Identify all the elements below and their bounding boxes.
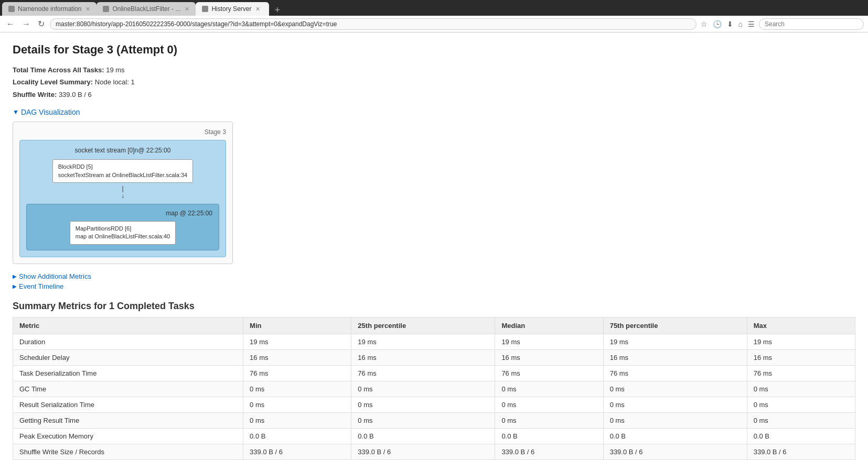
table-row: Peak Execution Memory0.0 B0.0 B0.0 B0.0 … [13, 428, 855, 444]
dag-inner-rdd-desc: map at OnlineBlackListFilter.scala:40 [76, 233, 170, 240]
dag-container: Stage 3 socket text stream [0]n@ 22:25:0… [13, 122, 233, 264]
show-additional-metrics-label: Show Additional Metrics [19, 272, 91, 280]
dag-stage-label: Stage 3 [19, 128, 226, 136]
download-icon[interactable]: ⬇ [726, 19, 734, 29]
metric-value-cell: 76 ms [243, 365, 351, 381]
dag-section-header[interactable]: ▼ DAG Visualization [13, 108, 855, 116]
metric-value-cell: 16 ms [747, 349, 855, 365]
locality-label: Locality Level Summary: [13, 78, 93, 86]
tab-online-close[interactable]: ✕ [185, 6, 189, 13]
locality-row: Locality Level Summary: Node local: 1 [13, 76, 855, 88]
total-time-value: 19 ms [106, 66, 124, 74]
metric-value-cell: 0 ms [747, 381, 855, 397]
dag-rdd-block-label: BlockRDD [5] [58, 163, 187, 171]
forward-button[interactable]: → [20, 18, 33, 30]
metric-value-cell: 0 ms [243, 397, 351, 412]
page-title: Details for Stage 3 (Attempt 0) [13, 43, 855, 57]
metric-value-cell: 0 ms [603, 412, 747, 428]
metric-name-cell: GC Time [13, 381, 243, 397]
dag-rdd-block-desc: socketTextStream at OnlineBlackListFilte… [58, 171, 187, 179]
show-additional-metrics-link[interactable]: ▶ Show Additional Metrics [13, 272, 855, 280]
metric-value-cell: 339.0 B / 6 [495, 444, 603, 459]
event-timeline-link[interactable]: ▶ Event Timeline [13, 282, 855, 290]
tab-history-favicon [202, 6, 208, 12]
metric-value-cell: 19 ms [351, 334, 495, 349]
metric-value-cell: 19 ms [495, 334, 603, 349]
tab-bar: Namenode information ✕ OnlineBlackListFi… [0, 0, 868, 16]
metric-name-cell: Getting Result Time [13, 412, 243, 428]
table-header-cell: 25th percentile [351, 317, 495, 334]
browser-chrome: Namenode information ✕ OnlineBlackListFi… [0, 0, 868, 32]
locality-value: Node local: 1 [95, 78, 135, 86]
dag-outer-label: socket text stream [0]n@ 22:25:00 [26, 147, 219, 154]
metric-name-cell: Peak Execution Memory [13, 428, 243, 444]
metric-value-cell: 76 ms [603, 365, 747, 381]
bookmark-star-icon[interactable]: ☆ [700, 19, 709, 29]
dag-arrow-container: | ↓ [26, 185, 219, 200]
metric-value-cell: 0 ms [603, 397, 747, 412]
metric-value-cell: 76 ms [495, 365, 603, 381]
dag-outer-box: socket text stream [0]n@ 22:25:00 BlockR… [19, 140, 226, 257]
metric-value-cell: 0 ms [495, 412, 603, 428]
dag-inner-rdd-label: MapPartitionsRDD [6] [76, 225, 170, 233]
home-icon[interactable]: ⌂ [737, 19, 744, 29]
table-header-cell: 75th percentile [603, 317, 747, 334]
metric-value-cell: 19 ms [603, 334, 747, 349]
tab-online-label: OnlineBlackListFilter - ... [112, 5, 180, 13]
metric-value-cell: 0 ms [747, 412, 855, 428]
metric-value-cell: 0 ms [351, 412, 495, 428]
tab-history[interactable]: History Server ✕ [196, 2, 269, 16]
back-button[interactable]: ← [4, 18, 17, 30]
metric-value-cell: 16 ms [495, 349, 603, 365]
dag-map-label: map @ 22:25:00 [33, 210, 212, 217]
metric-value-cell: 0 ms [243, 381, 351, 397]
metric-value-cell: 0 ms [351, 397, 495, 412]
shuffle-write-value: 339.0 B / 6 [59, 91, 92, 98]
tab-namenode-label: Namenode information [18, 5, 81, 13]
tab-history-close[interactable]: ✕ [255, 6, 260, 13]
table-row: GC Time0 ms0 ms0 ms0 ms0 ms [13, 381, 855, 397]
metric-name-cell: Shuffle Write Size / Records [13, 444, 243, 459]
search-input[interactable] [759, 18, 864, 30]
metric-name-cell: Result Serialization Time [13, 397, 243, 412]
metric-value-cell: 0 ms [351, 381, 495, 397]
dag-inner-box: map @ 22:25:00 MapPartitionsRDD [6] map … [26, 204, 219, 250]
url-input[interactable] [50, 18, 696, 30]
table-header-row: MetricMin25th percentileMedian75th perce… [13, 317, 855, 334]
metric-name-cell: Duration [13, 334, 243, 349]
meta-info: Total Time Across All Tasks: 19 ms Local… [13, 64, 855, 101]
tab-online[interactable]: OnlineBlackListFilter - ... ✕ [97, 2, 196, 16]
table-header-cell: Metric [13, 317, 243, 334]
metric-value-cell: 16 ms [243, 349, 351, 365]
history-icon[interactable]: 🕒 [712, 19, 723, 29]
tab-online-favicon [103, 6, 109, 12]
metric-value-cell: 16 ms [351, 349, 495, 365]
metric-value-cell: 19 ms [243, 334, 351, 349]
table-row: Getting Result Time0 ms0 ms0 ms0 ms0 ms [13, 412, 855, 428]
menu-icon[interactable]: ☰ [747, 19, 756, 29]
metric-value-cell: 76 ms [747, 365, 855, 381]
metric-value-cell: 339.0 B / 6 [747, 444, 855, 459]
metric-value-cell: 0 ms [243, 412, 351, 428]
reload-button[interactable]: ↻ [36, 18, 47, 30]
total-time-label: Total Time Across All Tasks: [13, 66, 104, 74]
event-timeline-arrow: ▶ [13, 283, 17, 289]
collapsibles: ▶ Show Additional Metrics ▶ Event Timeli… [13, 272, 855, 290]
metric-value-cell: 339.0 B / 6 [243, 444, 351, 459]
metric-value-cell: 19 ms [747, 334, 855, 349]
tab-namenode-close[interactable]: ✕ [85, 6, 90, 13]
tab-favicon [8, 6, 15, 12]
toolbar-icons: ☆ 🕒 ⬇ ⌂ ☰ [700, 19, 756, 29]
dag-section-label: DAG Visualization [21, 108, 80, 116]
tab-namenode[interactable]: Namenode information ✕ [2, 2, 97, 16]
table-header-cell: Min [243, 317, 351, 334]
summary-title: Summary Metrics for 1 Completed Tasks [13, 301, 855, 312]
table-row: Result Serialization Time0 ms0 ms0 ms0 m… [13, 397, 855, 412]
table-row: Scheduler Delay16 ms16 ms16 ms16 ms16 ms [13, 349, 855, 365]
dag-inner-rdd-box: MapPartitionsRDD [6] map at OnlineBlackL… [70, 221, 176, 245]
metric-value-cell: 0 ms [495, 397, 603, 412]
metric-value-cell: 339.0 B / 6 [603, 444, 747, 459]
tab-history-label: History Server [211, 5, 251, 13]
shuffle-write-label: Shuffle Write: [13, 91, 57, 98]
new-tab-button[interactable]: + [271, 5, 283, 16]
